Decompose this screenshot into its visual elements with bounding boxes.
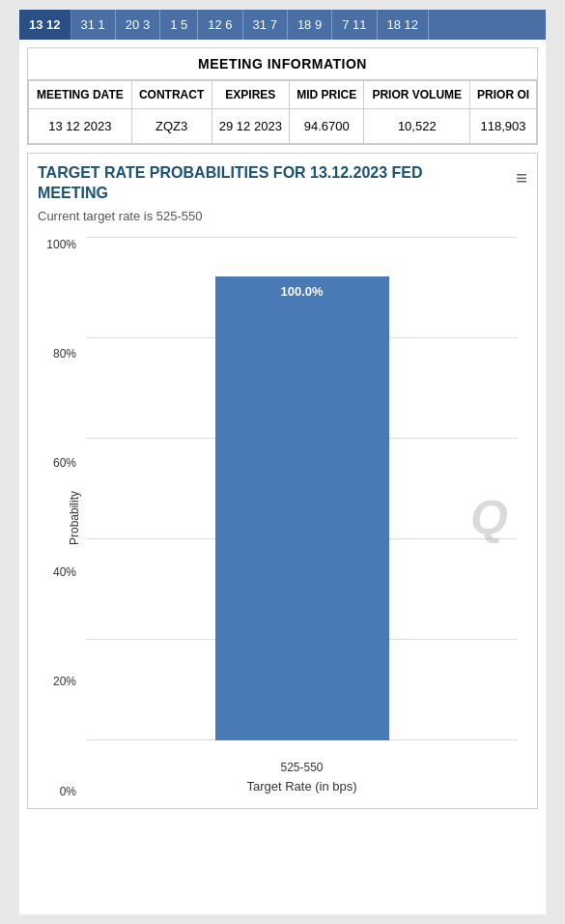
tab-8[interactable]: 18 12 (378, 10, 430, 40)
table-header: MEETING DATE (29, 81, 132, 109)
tab-3[interactable]: 1 5 (160, 10, 198, 40)
chart-bar: 100.0% (215, 276, 389, 740)
tab-6[interactable]: 18 9 (288, 10, 332, 40)
tab-4[interactable]: 12 6 (198, 10, 242, 40)
y-axis-tick: 80% (38, 347, 76, 361)
table-header: EXPIRES (212, 81, 290, 109)
hamburger-icon[interactable]: ≡ (516, 167, 527, 189)
table-cell: 118,903 (470, 109, 537, 144)
table-cell: 10,522 (364, 109, 470, 144)
table-header: MID PRICE (290, 81, 364, 109)
y-axis-tick: 0% (38, 785, 76, 798)
chart-container: 0%20%40%60%80%100% Probability 100.0% 52… (38, 238, 527, 798)
table-header: PRIOR OI (470, 81, 537, 109)
tab-2[interactable]: 20 3 (116, 10, 160, 40)
table-cell: ZQZ3 (131, 109, 212, 144)
tabs-row: 13 1231 120 31 512 631 718 97 1118 12 (19, 10, 546, 40)
chart-header: TARGET RATE PROBABILITIES FOR 13.12.2023… (38, 163, 527, 204)
x-axis-title: Target Rate (in bps) (86, 779, 518, 794)
table-cell: 29 12 2023 (212, 109, 290, 144)
y-axis-tick: 40% (38, 565, 76, 579)
chart-section: TARGET RATE PROBABILITIES FOR 13.12.2023… (27, 153, 538, 809)
tab-0[interactable]: 13 12 (19, 10, 71, 40)
table-cell: 13 12 2023 (29, 109, 132, 144)
meeting-info-title: MEETING INFORMATION (28, 48, 537, 80)
table-header: PRIOR VOLUME (364, 81, 470, 109)
tab-5[interactable]: 31 7 (243, 10, 288, 40)
y-axis-tick: 20% (38, 675, 76, 688)
meeting-info-table: MEETING DATECONTRACTEXPIRESMID PRICEPRIO… (28, 80, 537, 144)
y-axis-label: Probability (68, 491, 81, 545)
tab-7[interactable]: 7 11 (332, 10, 377, 40)
bar-wrapper: 100.0% (215, 276, 389, 740)
table-cell: 94.6700 (290, 109, 364, 144)
table-header: CONTRACT (131, 81, 212, 109)
chart-subtitle: Current target rate is 525-550 (38, 209, 527, 223)
chart-title: TARGET RATE PROBABILITIES FOR 13.12.2023… (38, 163, 454, 204)
x-axis-area: 525-550 (86, 761, 518, 774)
meeting-info-section: MEETING INFORMATION MEETING DATECONTRACT… (27, 47, 538, 145)
y-axis-tick: 100% (38, 238, 76, 251)
x-tick-label: 525-550 (280, 761, 323, 774)
tab-1[interactable]: 31 1 (71, 10, 116, 40)
bar-area: 100.0% (86, 238, 518, 740)
y-axis-tick: 60% (38, 456, 76, 470)
bar-value-label: 100.0% (280, 284, 323, 299)
